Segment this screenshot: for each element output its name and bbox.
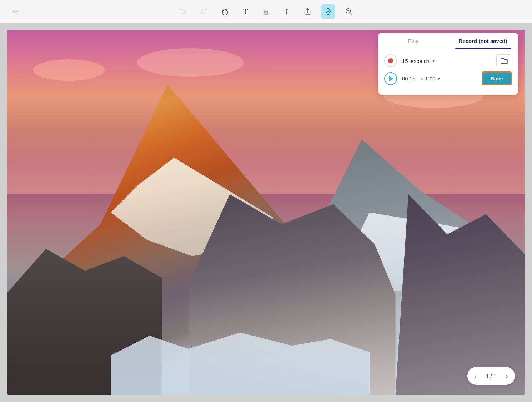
cloud-1 <box>33 59 105 81</box>
back-icon: ← <box>11 6 20 16</box>
text-tool-button[interactable]: T <box>238 4 252 19</box>
svg-point-0 <box>265 9 267 11</box>
prev-icon: ‹ <box>474 372 477 380</box>
total-pages: 1 <box>493 373 496 379</box>
hand-icon <box>221 8 229 15</box>
play-button[interactable] <box>384 72 397 85</box>
redo-button[interactable] <box>197 4 211 19</box>
duration-selector[interactable]: 15 seconds ▼ <box>402 58 486 64</box>
stamp-tool-button[interactable] <box>259 4 273 19</box>
record-row: 15 seconds ▼ <box>384 54 512 67</box>
duration-dropdown-arrow: ▼ <box>432 59 436 63</box>
stamp-icon <box>262 8 270 15</box>
pen-icon <box>283 8 291 15</box>
toolbar-icons: T <box>176 4 356 19</box>
time-display: 00:15 <box>402 75 416 81</box>
zoom-icon <box>345 8 353 15</box>
prev-page-button[interactable]: ‹ <box>470 370 482 382</box>
current-page: 1 <box>486 373 489 379</box>
speed-selector[interactable]: × 1.00 ▼ <box>421 75 441 81</box>
page-navigation: ‹ 1 / 1 › <box>467 367 515 385</box>
folder-button[interactable] <box>496 54 512 67</box>
toolbar: ← T <box>0 0 532 23</box>
hand-tool-button[interactable] <box>217 4 232 19</box>
record-dot <box>388 58 393 63</box>
play-icon <box>389 76 393 81</box>
audio-panel: Play Record (not saved) 15 seconds ▼ <box>378 33 518 95</box>
pen-tool-button[interactable] <box>280 4 294 19</box>
panel-tabs: Play Record (not saved) <box>378 33 518 49</box>
divider <box>490 55 490 66</box>
duration-label: 15 seconds <box>402 58 430 64</box>
undo-button[interactable] <box>176 4 190 19</box>
svg-rect-4 <box>327 8 329 11</box>
back-button[interactable]: ← <box>9 4 23 19</box>
share-button[interactable] <box>300 4 315 19</box>
tab-record[interactable]: Record (not saved) <box>448 33 518 49</box>
speed-label: × 1.00 <box>421 75 436 81</box>
playback-row: 00:15 × 1.00 ▼ Save <box>384 71 512 85</box>
tab-play[interactable]: Play <box>378 33 448 49</box>
share-icon <box>303 8 311 15</box>
undo-icon <box>179 8 187 15</box>
text-icon: T <box>243 7 248 16</box>
content-area: Play Record (not saved) 15 seconds ▼ <box>0 23 532 402</box>
mic-button[interactable] <box>321 4 335 19</box>
next-page-button[interactable]: › <box>501 370 513 382</box>
redo-icon <box>200 8 208 15</box>
speed-dropdown-arrow: ▼ <box>437 76 441 81</box>
slide-container: Play Record (not saved) 15 seconds ▼ <box>7 30 525 395</box>
cloud-2 <box>137 48 244 77</box>
zoom-button[interactable] <box>342 4 356 19</box>
panel-body: 15 seconds ▼ 00:15 <box>378 49 518 95</box>
page-separator: / <box>489 373 493 379</box>
save-button[interactable]: Save <box>482 71 512 85</box>
record-button[interactable] <box>384 54 397 67</box>
page-indicator: 1 / 1 <box>485 373 498 379</box>
next-icon: › <box>506 372 508 380</box>
mic-icon <box>324 8 332 15</box>
folder-icon <box>500 58 508 64</box>
svg-line-8 <box>350 13 352 14</box>
